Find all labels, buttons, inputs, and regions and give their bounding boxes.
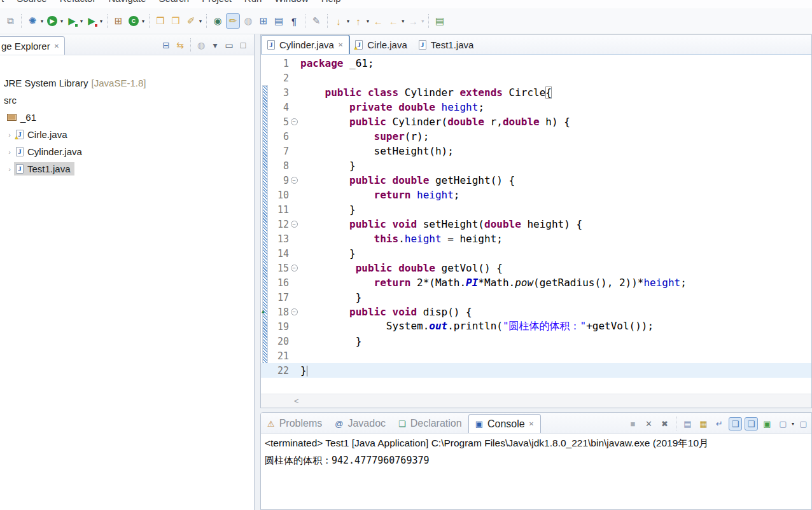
code-line-11[interactable]: 11 } — [261, 202, 811, 217]
code-line-13[interactable]: 13 this.height = height; — [261, 231, 811, 246]
dropdown-arrow-icon[interactable]: ▾ — [792, 421, 794, 427]
build-icon[interactable]: ◍ — [241, 13, 255, 29]
menu-item-t[interactable]: t — [0, 0, 10, 4]
mark-occurrences-icon[interactable]: ✏ — [226, 13, 240, 29]
prev-annotation-icon[interactable]: ↑ — [351, 13, 365, 29]
remove-all-launches-icon[interactable]: ✖ — [658, 417, 671, 431]
code-line-7[interactable]: 7 setHeight(h); — [261, 144, 811, 158]
run-icon[interactable]: ▶ — [45, 13, 59, 29]
open-perspective-icon[interactable]: ⊞ — [256, 13, 270, 29]
editor-tab-cirle-java[interactable]: J▲Cirle.java — [349, 35, 413, 54]
code-line-6[interactable]: 6 super(r); — [261, 129, 811, 144]
package-explorer-tab[interactable]: ge Explorer ✕ — [0, 36, 65, 55]
code-line-22[interactable]: 22} — [261, 363, 811, 378]
collapse-icon[interactable]: − — [291, 177, 298, 184]
focus-icon[interactable]: ◍ — [194, 39, 208, 52]
menu-item-search[interactable]: Search — [153, 0, 196, 4]
close-icon[interactable]: ✕ — [338, 41, 343, 48]
code-line-17[interactable]: 17 } — [261, 290, 811, 305]
word-wrap-icon[interactable]: ↵ — [713, 417, 726, 431]
block-selection-icon[interactable]: ✎ — [309, 13, 323, 29]
open-resource-folder-icon[interactable]: ❒ — [169, 13, 183, 29]
show-source-icon[interactable]: ▤ — [272, 13, 286, 29]
menu-item-window[interactable]: Window — [268, 0, 314, 4]
dropdown-arrow-icon[interactable]: ▾ — [402, 18, 404, 24]
close-icon[interactable]: ✕ — [54, 43, 59, 50]
menu-item-help[interactable]: Help — [315, 0, 347, 4]
close-icon[interactable]: ✕ — [529, 420, 534, 427]
dropdown-arrow-icon[interactable]: ▾ — [199, 18, 202, 24]
back-icon[interactable]: ← — [371, 13, 385, 29]
collapse-icon[interactable]: − — [291, 265, 298, 272]
code-line-9[interactable]: 9− public double getHeight() { — [261, 173, 811, 188]
code-line-3[interactable]: 3 public class Cylinder extends Circle{ — [261, 85, 811, 100]
tree-item-src[interactable]: src — [0, 92, 254, 109]
tree-item-cylinder-java[interactable]: ›JCylinder.java — [0, 143, 254, 160]
new-wizard-icon[interactable]: ⧉ — [3, 13, 17, 29]
code-line-8[interactable]: 8 } — [261, 158, 811, 173]
tree-item-cirle-java[interactable]: ›J▲Cirle.java — [0, 126, 254, 143]
dropdown-arrow-icon[interactable]: ▾ — [80, 18, 83, 24]
menu-item-source[interactable]: Source — [10, 0, 53, 4]
code-line-2[interactable]: 2 — [261, 71, 811, 85]
show-whitespace-icon[interactable]: ¶ — [287, 13, 301, 29]
dropdown-arrow-icon[interactable]: ▾ — [347, 18, 349, 24]
expand-arrow-icon[interactable]: › — [5, 131, 14, 139]
dropdown-arrow-icon[interactable]: ▾ — [421, 18, 424, 24]
code-line-12[interactable]: 12− public void setHeight(double height)… — [261, 217, 811, 231]
tree-item-jre-system-library[interactable]: JRE System Library[JavaSE-1.8] — [0, 74, 254, 92]
next-annotation-icon[interactable]: ↓ — [332, 13, 346, 29]
forward-icon[interactable]: → — [406, 13, 420, 29]
code-line-18[interactable]: ▲18− public void disp() { — [261, 305, 811, 319]
code-line-5[interactable]: 5− public Cylinder(double r,double h) { — [261, 114, 811, 129]
collapse-icon[interactable]: − — [291, 308, 298, 315]
search-icon[interactable]: ✐ — [184, 13, 198, 29]
run-as-icon[interactable]: ▶ — [65, 13, 79, 29]
code-line-14[interactable]: 14 } — [261, 246, 811, 261]
code-line-10[interactable]: 10 return height; — [261, 188, 811, 202]
minimize-icon[interactable]: ▭ — [222, 39, 236, 52]
code-line-19[interactable]: 19 System.out.println("圆柱体的体积："+getVol()… — [261, 319, 811, 334]
display-selected-console-icon[interactable]: ▢ — [776, 417, 790, 431]
terminate-icon[interactable]: ■ — [626, 417, 640, 431]
scroll-lock-icon[interactable]: ▦ — [697, 417, 710, 431]
editor-tab-test1-java[interactable]: JTest1.java — [413, 35, 480, 54]
open-task-folder-icon[interactable]: ❒ — [153, 13, 167, 29]
collapse-icon[interactable]: − — [291, 118, 298, 125]
console-tab-problems[interactable]: ⚠Problems — [261, 414, 328, 433]
expand-arrow-icon[interactable]: › — [5, 148, 14, 156]
code-line-16[interactable]: 16 return 2*(Math.PI*Math.pow(getRadius(… — [261, 275, 811, 290]
console-tab-declaration[interactable]: ❏Declaration — [392, 414, 468, 433]
show-stdout-when-changed-icon[interactable]: ❑ — [729, 417, 742, 431]
tree-item-_61[interactable]: _61 — [0, 109, 254, 126]
link-with-editor-icon[interactable]: ⇆ — [173, 39, 187, 52]
new-java-class-icon[interactable]: C — [127, 13, 141, 29]
maximize-icon[interactable]: □ — [236, 39, 250, 52]
dropdown-arrow-icon[interactable]: ▾ — [367, 18, 369, 24]
menu-item-navigate[interactable]: Navigate — [102, 0, 152, 4]
editor-tab-cylinder-java[interactable]: JCylinder.java✕ — [261, 35, 349, 54]
code-line-1[interactable]: 1package _61; — [261, 56, 811, 71]
code-line-4[interactable]: 4 private double height; — [261, 100, 811, 114]
copy-console-icon[interactable]: ▤ — [681, 417, 694, 431]
dropdown-arrow-icon[interactable]: ▾ — [142, 18, 144, 24]
dropdown-arrow-icon[interactable]: ▾ — [100, 18, 102, 24]
collapse-icon[interactable]: − — [291, 221, 298, 228]
tree-item-test1-java[interactable]: ›JTest1.java — [0, 160, 254, 177]
code-line-20[interactable]: 20 } — [261, 334, 811, 348]
debug-launch-icon[interactable]: ✺ — [25, 13, 39, 29]
console-tab-javadoc[interactable]: @Javadoc — [328, 414, 392, 433]
menu-item-refactor[interactable]: Refactor — [53, 0, 102, 4]
menu-item-run[interactable]: Run — [238, 0, 269, 4]
scroll-left-arrow-icon[interactable]: < — [294, 396, 299, 406]
collapse-all-icon[interactable]: ⊟ — [159, 39, 173, 52]
menu-item-project[interactable]: Project — [195, 0, 238, 4]
dropdown-arrow-icon[interactable]: ▾ — [41, 18, 43, 24]
last-edit-location-icon[interactable]: ▤ — [433, 13, 447, 29]
editor-horizontal-scrollbar[interactable]: < — [261, 394, 811, 408]
new-java-package-icon[interactable]: ⊞ — [111, 13, 125, 29]
code-line-21[interactable]: 21 — [261, 348, 811, 363]
pin-console-icon[interactable]: ▣ — [760, 417, 774, 431]
code-line-15[interactable]: 15− public double getVol() { — [261, 261, 811, 275]
remove-launch-icon[interactable]: ✕ — [642, 417, 655, 431]
